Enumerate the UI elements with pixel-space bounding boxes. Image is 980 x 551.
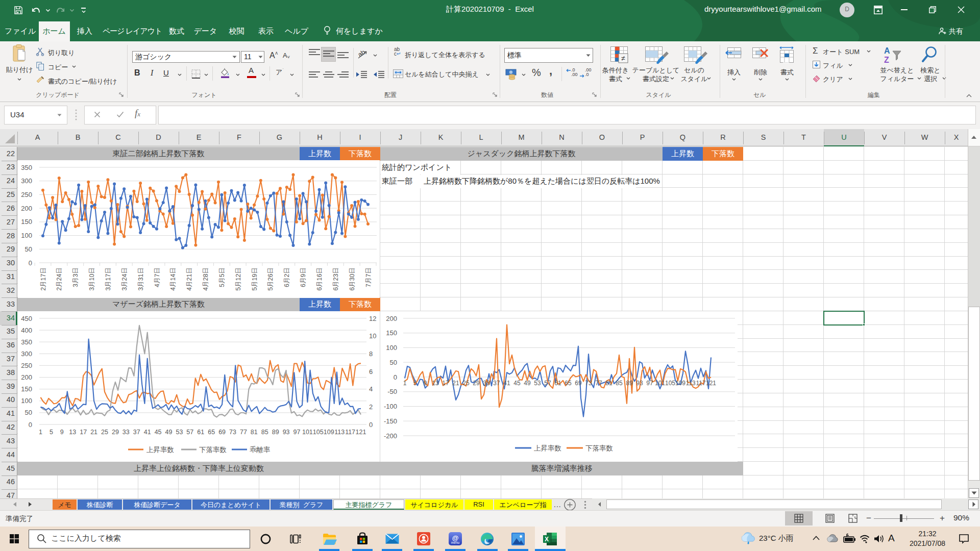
svg-text:45: 45 [155, 429, 162, 436]
svg-text:4月28日: 4月28日 [202, 267, 209, 291]
svg-text:53: 53 [176, 429, 183, 436]
svg-text:29: 29 [112, 429, 119, 436]
svg-text:101: 101 [302, 429, 313, 436]
svg-text:4月7日: 4月7日 [154, 267, 161, 287]
svg-text:17: 17 [80, 429, 87, 436]
svg-text:5月12日: 5月12日 [235, 267, 242, 291]
svg-text:105: 105 [313, 429, 324, 436]
svg-text:9: 9 [60, 429, 64, 436]
svg-text:6月9日: 6月9日 [300, 267, 307, 287]
svg-text:3月24日: 3月24日 [121, 267, 128, 291]
svg-text:1: 1 [403, 380, 407, 387]
svg-text:-150: -150 [384, 417, 397, 425]
svg-text:57: 57 [544, 380, 551, 387]
svg-text:0: 0 [29, 259, 32, 267]
svg-text:2月24日: 2月24日 [56, 267, 63, 291]
svg-text:65: 65 [565, 380, 572, 387]
svg-text:300: 300 [21, 350, 32, 358]
svg-text:61: 61 [197, 429, 204, 436]
svg-text:-200: -200 [384, 432, 397, 440]
svg-text:4月21日: 4月21日 [186, 267, 193, 291]
svg-text:-100: -100 [384, 403, 397, 410]
svg-text:150: 150 [21, 385, 32, 393]
svg-text:21: 21 [452, 380, 459, 387]
svg-text:21: 21 [90, 429, 97, 436]
svg-text:33: 33 [122, 429, 130, 436]
svg-text:450: 450 [21, 315, 32, 322]
svg-text:50: 50 [390, 359, 397, 366]
svg-text:69: 69 [575, 380, 582, 387]
svg-text:17: 17 [442, 380, 449, 387]
svg-text:25: 25 [101, 429, 108, 436]
svg-text:6月30日: 6月30日 [349, 267, 356, 291]
svg-text:105: 105 [665, 380, 675, 387]
svg-text:150: 150 [21, 218, 32, 226]
svg-text:250: 250 [21, 191, 32, 198]
svg-text:117: 117 [345, 429, 355, 436]
svg-text:25: 25 [462, 380, 470, 387]
svg-text:121: 121 [356, 429, 366, 436]
svg-text:-50: -50 [387, 388, 397, 395]
svg-text:77: 77 [595, 380, 602, 387]
svg-text:3月31日: 3月31日 [137, 267, 144, 291]
svg-text:29: 29 [473, 380, 480, 387]
svg-text:7月7日: 7月7日 [365, 267, 372, 287]
svg-text:69: 69 [218, 429, 226, 436]
svg-text:上昇率数: 上昇率数 [534, 444, 561, 452]
svg-text:41: 41 [144, 429, 151, 436]
svg-text:85: 85 [261, 429, 268, 436]
svg-text:5月26日: 5月26日 [267, 267, 274, 291]
svg-text:0: 0 [369, 421, 373, 429]
svg-text:400: 400 [21, 327, 32, 334]
svg-text:61: 61 [554, 380, 561, 387]
svg-text:50: 50 [25, 409, 32, 416]
svg-text:150: 150 [386, 329, 397, 337]
svg-text:100: 100 [21, 397, 32, 405]
svg-text:9: 9 [424, 380, 427, 387]
svg-text:8: 8 [369, 350, 373, 358]
svg-text:5: 5 [413, 380, 417, 387]
svg-text:57: 57 [186, 429, 193, 436]
svg-text:下落率数: 下落率数 [199, 446, 227, 454]
svg-text:上昇率数: 上昇率数 [146, 446, 174, 454]
svg-text:12: 12 [369, 315, 376, 322]
svg-text:350: 350 [21, 164, 32, 171]
svg-text:13: 13 [432, 380, 439, 387]
svg-text:93: 93 [283, 429, 290, 436]
svg-text:4: 4 [369, 385, 373, 393]
svg-text:250: 250 [21, 362, 32, 369]
svg-text:13: 13 [69, 429, 76, 436]
svg-text:0: 0 [394, 373, 397, 381]
svg-text:300: 300 [21, 177, 32, 185]
svg-text:81: 81 [605, 380, 612, 387]
svg-text:100: 100 [386, 344, 397, 352]
svg-text:3月17日: 3月17日 [105, 267, 112, 291]
svg-text:200: 200 [21, 373, 32, 381]
svg-text:10: 10 [369, 332, 376, 340]
svg-text:37: 37 [493, 380, 500, 387]
svg-text:89: 89 [272, 429, 279, 436]
svg-text:97: 97 [293, 429, 301, 436]
svg-text:37: 37 [133, 429, 140, 436]
svg-text:乖離率: 乖離率 [250, 446, 271, 454]
svg-text:113: 113 [334, 429, 345, 436]
svg-text:3月3日: 3月3日 [72, 267, 79, 287]
svg-text:93: 93 [636, 380, 643, 387]
svg-text:200: 200 [386, 315, 397, 322]
svg-text:97: 97 [646, 380, 653, 387]
svg-text:X: X [545, 536, 549, 543]
svg-text:menu: menu [451, 541, 460, 544]
svg-text:49: 49 [524, 380, 531, 387]
svg-text:109: 109 [324, 429, 334, 436]
svg-text:33: 33 [483, 380, 490, 387]
svg-text:73: 73 [585, 380, 592, 387]
svg-text:4月14日: 4月14日 [169, 267, 177, 291]
svg-text:121: 121 [706, 380, 716, 387]
svg-text:下落率数: 下落率数 [585, 444, 613, 452]
svg-text:5月19日: 5月19日 [251, 267, 258, 291]
svg-text:0: 0 [29, 421, 32, 429]
svg-text:100: 100 [21, 232, 32, 239]
svg-text:6月16日: 6月16日 [316, 267, 323, 291]
svg-text:1: 1 [39, 429, 42, 436]
svg-text:5月5日: 5月5日 [218, 267, 226, 287]
